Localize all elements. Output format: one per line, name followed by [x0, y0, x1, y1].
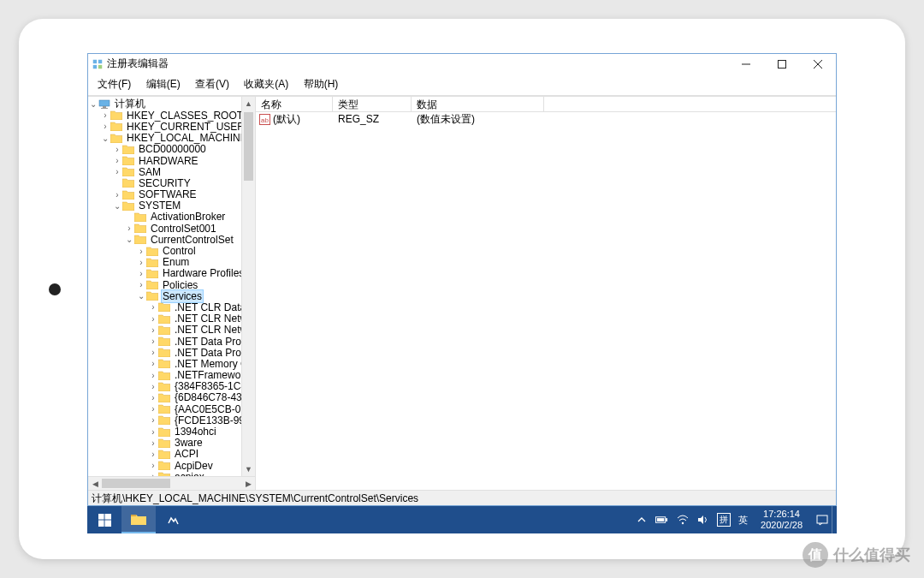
tree-node[interactable]: ⌄Services	[88, 290, 241, 301]
tray-wifi-icon[interactable]	[676, 514, 689, 527]
tree-expander-icon[interactable]: ›	[112, 156, 122, 165]
taskbar: 拼 英 17:26:14 2020/2/28	[87, 506, 837, 533]
scroll-left-arrow[interactable]: ◀	[88, 477, 102, 490]
tree-expander-icon[interactable]: ⌄	[112, 201, 122, 211]
tree-expander-icon[interactable]: ›	[148, 461, 158, 470]
tree-node[interactable]: ›SAM	[88, 166, 241, 177]
tree-node[interactable]: ›AcpiDev	[88, 460, 241, 471]
tree-expander-icon[interactable]: ›	[112, 145, 122, 154]
tree-node[interactable]: ›ControlSet001	[88, 223, 241, 234]
tree-node[interactable]: ›HKEY_CURRENT_USER	[88, 121, 241, 132]
tree-expander-icon[interactable]: ›	[148, 382, 158, 391]
tree-expander-icon[interactable]: ›	[148, 415, 158, 425]
tree-expander-icon[interactable]: ›	[100, 110, 110, 120]
col-header-empty[interactable]	[544, 97, 836, 111]
scroll-up-arrow[interactable]: ▲	[242, 97, 255, 110]
tree-expander-icon[interactable]: ›	[148, 359, 158, 368]
taskbar-clock[interactable]: 17:26:14 2020/2/28	[755, 509, 808, 531]
tree-node[interactable]: ⌄SYSTEM	[88, 200, 241, 212]
tray-chevron-icon[interactable]	[635, 514, 648, 527]
tree-expander-icon[interactable]: ›	[148, 404, 158, 414]
values-list[interactable]: ab(默认)REG_SZ(数值未设置)	[256, 112, 836, 490]
tree-node[interactable]: ›Enum	[88, 257, 241, 268]
tree-expander-icon[interactable]: ›	[148, 427, 158, 437]
tree-expander-icon[interactable]: ›	[148, 438, 158, 448]
tree-node[interactable]: ›.NET Memory Cache 4.0	[88, 358, 241, 369]
tree-node[interactable]: ActivationBroker	[88, 212, 241, 223]
tree-node[interactable]: ⌄HKEY_LOCAL_MACHINE	[88, 133, 241, 144]
tree-expander-icon[interactable]: ›	[112, 190, 122, 200]
tree-node[interactable]: ›3ware	[88, 438, 241, 449]
tree-expander-icon[interactable]: ›	[124, 223, 134, 233]
tree-node[interactable]: ›Hardware Profiles	[88, 268, 241, 279]
tree-node[interactable]: ›.NET Data Provider for O	[88, 336, 241, 347]
tree-node[interactable]: ›.NET CLR Networking	[88, 313, 241, 325]
tree-expander-icon[interactable]: ›	[136, 269, 146, 278]
tree-expander-icon[interactable]: ›	[148, 393, 158, 402]
tree-node[interactable]: ›{AAC0E5CB-0191-423C-4	[88, 403, 241, 414]
tray-volume-icon[interactable]	[696, 514, 709, 527]
tree-node[interactable]: ›Control	[88, 245, 241, 256]
col-header-name[interactable]: 名称	[256, 97, 333, 111]
taskbar-app[interactable]	[156, 506, 190, 533]
tree-node[interactable]: SECURITY	[88, 177, 241, 188]
tree-expander-icon[interactable]: ›	[148, 337, 158, 346]
tray-ime-1[interactable]: 拼	[717, 513, 731, 527]
tree-vertical-scrollbar[interactable]: ▲ ▼	[241, 97, 255, 476]
tree-node[interactable]: ›SOFTWARE	[88, 189, 241, 200]
tree-node[interactable]: ›.NET CLR Data	[88, 301, 241, 313]
col-header-type[interactable]: 类型	[333, 97, 412, 111]
col-header-data[interactable]: 数据	[412, 97, 544, 111]
scroll-thumb[interactable]	[244, 112, 253, 181]
tree-expander-icon[interactable]: ›	[148, 450, 158, 459]
tree-node[interactable]: ›{FCDE133B-9979-4906-E	[88, 414, 241, 426]
value-row[interactable]: ab(默认)REG_SZ(数值未设置)	[256, 112, 836, 126]
tree-expander-icon[interactable]: ›	[148, 302, 158, 312]
titlebar[interactable]: 注册表编辑器	[88, 54, 836, 74]
tree-node[interactable]: ›HKEY_CLASSES_ROOT	[88, 110, 241, 121]
tree-expander-icon[interactable]: ›	[112, 167, 122, 176]
tray-battery-icon[interactable]	[655, 514, 668, 527]
taskbar-file-explorer[interactable]	[121, 506, 156, 533]
tree-expander-icon[interactable]: ⌄	[88, 99, 98, 109]
tree-node[interactable]: ›{384F8365-1C46-44CC-8	[88, 381, 241, 392]
tree-expander-icon[interactable]: ›	[148, 325, 158, 335]
tree-expander-icon[interactable]: ›	[136, 280, 146, 289]
menu-favorites[interactable]: 收藏夹(A)	[238, 75, 294, 93]
tree-expander-icon[interactable]: ›	[100, 122, 110, 131]
tree-expander-icon[interactable]: ›	[148, 371, 158, 380]
registry-tree[interactable]: ⌄计算机›HKEY_CLASSES_ROOT›HKEY_CURRENT_USER…	[88, 97, 241, 476]
tree-node[interactable]: ›{6D846C78-4320-4B0E-9	[88, 392, 241, 403]
tray-notifications-icon[interactable]	[815, 514, 828, 527]
tree-node[interactable]: ›1394ohci	[88, 426, 241, 437]
tree-expander-icon[interactable]: ⌄	[136, 291, 146, 301]
tree-node[interactable]: ›BCD00000000	[88, 144, 241, 155]
close-button[interactable]	[800, 54, 836, 74]
start-button[interactable]	[87, 506, 121, 533]
minimize-button[interactable]	[728, 54, 764, 74]
tree-node[interactable]: ›.NET CLR Networking 4.	[88, 325, 241, 336]
tree-node[interactable]: ›.NETFramework	[88, 370, 241, 381]
menu-help[interactable]: 帮助(H)	[298, 75, 345, 93]
tree-expander-icon[interactable]: ›	[136, 247, 146, 256]
scroll-down-arrow[interactable]: ▼	[242, 462, 255, 476]
tray-ime-2[interactable]: 英	[738, 514, 748, 527]
tree-expander-icon[interactable]: ⌄	[124, 235, 134, 244]
menu-file[interactable]: 文件(F)	[92, 75, 137, 93]
scroll-right-arrow[interactable]: ▶	[241, 477, 255, 490]
tree-expander-icon[interactable]: ›	[148, 348, 158, 357]
tree-horizontal-scrollbar[interactable]: ◀ ▶	[88, 476, 255, 490]
menu-edit[interactable]: 编辑(E)	[140, 75, 187, 93]
show-desktop-button[interactable]	[832, 506, 837, 533]
tree-expander-icon[interactable]: ›	[148, 314, 158, 324]
tree-node[interactable]: ›.NET Data Provider for S	[88, 347, 241, 358]
tree-node[interactable]: ›ACPI	[88, 449, 241, 460]
maximize-button[interactable]	[764, 54, 800, 74]
tree-node[interactable]: ⌄CurrentControlSet	[88, 234, 241, 245]
tree-expander-icon[interactable]: ⌄	[100, 134, 110, 143]
scroll-thumb-h[interactable]	[102, 479, 170, 488]
tree-node[interactable]: ›HARDWARE	[88, 155, 241, 166]
tree-node[interactable]: ⌄计算机	[88, 98, 241, 110]
tree-expander-icon[interactable]: ›	[136, 258, 146, 267]
menu-view[interactable]: 查看(V)	[189, 75, 235, 93]
